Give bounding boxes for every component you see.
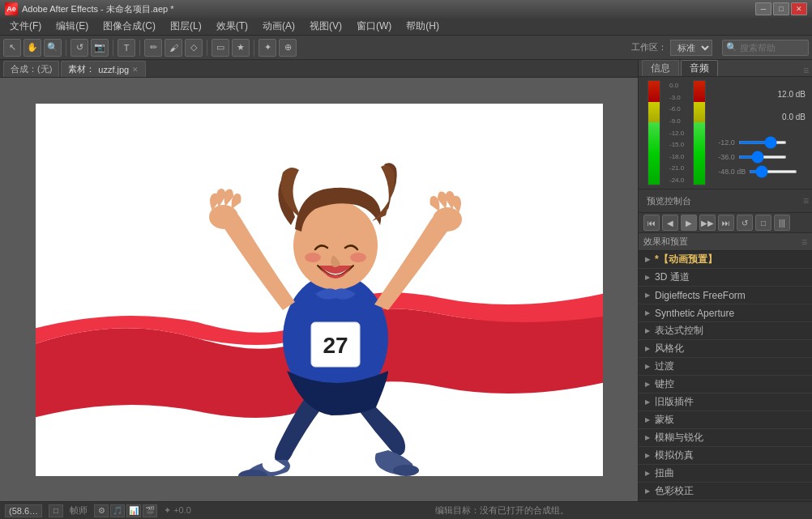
effect-simulation[interactable]: ▶ 模拟仿真 [639,447,812,465]
canvas-area: 27 [0,78,638,501]
selection-tool[interactable]: ↖ [3,39,21,57]
menu-layer[interactable]: 图层(L) [164,18,208,35]
effect-transition[interactable]: ▶ 过渡 [639,358,812,376]
fader-label-2: -36.0 [718,153,735,161]
footage-tab[interactable]: 素材： uzzf.jpg ✕ [61,61,146,77]
effect-animation-presets[interactable]: ▶ *【动画预置】 [639,251,812,269]
separator-4 [207,40,207,56]
effect-matte[interactable]: ▶ 蒙板 [639,411,812,429]
zoom-tool[interactable]: 🔍 [44,39,62,57]
puppet-tool[interactable]: ✦ [259,39,276,57]
menu-view[interactable]: 视图(V) [303,18,348,35]
menu-help[interactable]: 帮助(H) [400,18,446,35]
effects-list: ▶ *【动画预置】 ▶ 3D 通道 ▶ Digieffects FreeForm… [639,251,812,500]
status-bar: (58.6… □ 帧师 ⚙ 🎵 📊 🎬 ✦ +0.0 编辑目标：没有已打开的合成… [0,501,812,519]
loop-btn[interactable]: ↺ [737,215,753,231]
menu-window[interactable]: 窗口(W) [350,18,398,35]
fader-1[interactable] [738,141,787,144]
paint-tool[interactable]: 🖌 [165,39,182,57]
menu-effect[interactable]: 效果(T) [210,18,254,35]
effect-synthetic-aperture[interactable]: ▶ Synthetic Aperture [639,304,812,322]
vu-yellow-right [694,102,705,123]
footage-tab-close[interactable]: ✕ [132,66,139,74]
audio-tab[interactable]: 音频 [681,60,718,76]
play-audio-btn[interactable]: ▶▶ [699,215,716,231]
prev-frame-btn[interactable]: ◀ [662,215,678,231]
first-frame-btn[interactable]: ⏮ [643,215,660,231]
effect-legacy-plugins[interactable]: ▶ 旧版插件 [639,394,812,411]
status-btn-4[interactable]: 🎬 [143,504,157,517]
svg-point-7 [350,253,366,262]
info-tab[interactable]: 信息 [642,60,679,76]
effect-3d-channel[interactable]: ▶ 3D 通道 [639,269,812,287]
fader-area: -12.0 -36.0 -48.0 dB [718,138,806,176]
rotate-tool[interactable]: ↺ [71,39,88,57]
composition-tab[interactable]: 合成：(无) [3,61,59,77]
preview-menu-icon[interactable]: ≡ [803,195,809,206]
vu-meter-right [687,80,712,185]
vu-labels: 0.0 -3.0 -6.0 -9.0 -12.0 -15.0 -18.0 -21… [669,80,684,185]
status-message: 编辑目标：没有已打开的合成组。 [198,504,807,517]
arrow-icon-13: ▶ [645,487,650,495]
fader-row-2: -36.0 [718,153,806,161]
status-btn-1[interactable]: ⚙ [94,504,109,517]
svg-point-6 [305,253,321,262]
hand-tool[interactable]: ✋ [24,39,41,57]
workspace-label-text: 工作区： [631,41,667,53]
effects-menu-icon[interactable]: ≡ [801,236,807,248]
star-tool[interactable]: ★ [232,39,250,57]
menu-file[interactable]: 文件(F) [3,18,48,35]
toolbar: ↖ ✋ 🔍 ↺ 📷 T ✏ 🖌 ◇ ▭ ★ ✦ ⊕ 工作区： 标准 🔍 [0,36,812,60]
ram-preview-btn[interactable]: ||| [774,215,790,231]
zoom-level[interactable]: (58.6… [5,504,42,517]
fader-2[interactable] [738,155,787,159]
workspace-dropdown[interactable]: 标准 [670,40,712,56]
effect-blur-sharpen[interactable]: ▶ 模糊与锐化 [639,429,812,447]
menu-composition[interactable]: 图像合成(C) [96,18,162,35]
right-panel: 信息 音频 ≡ 0.0 -3.0 -6.0 [638,60,812,501]
menu-animation[interactable]: 动画(A) [256,18,301,35]
menu-edit[interactable]: 编辑(E) [49,18,95,35]
effect-color-correction[interactable]: ▶ 色彩校正 [639,483,812,500]
shape-tool[interactable]: ▭ [212,39,229,57]
info-audio-tabs: 信息 音频 ≡ [639,60,812,77]
effect-expression-controls[interactable]: ▶ 表达式控制 [639,322,812,340]
search-box: 🔍 [722,40,809,56]
play-btn[interactable]: ▶ [681,215,697,231]
arrow-icon-7: ▶ [645,381,650,388]
separator-5 [254,40,254,56]
footage-tab-prefix: 素材： [68,63,95,75]
camera-tool[interactable]: 📷 [91,39,109,57]
fader-row-3: -48.0 dB [718,168,806,176]
arrow-icon-0: ▶ [645,256,650,263]
fader-3[interactable] [749,170,797,173]
text-tool[interactable]: T [118,39,135,57]
arrow-icon-5: ▶ [645,345,650,352]
last-frame-btn[interactable]: ⏭ [718,215,734,231]
vu-bar-container-left [647,80,660,185]
pen-tool[interactable]: ✏ [144,39,162,57]
fader-label-3: -48.0 dB [718,168,746,176]
eraser-tool[interactable]: ◇ [185,39,203,57]
status-offset: ✦ +0.0 [164,505,191,516]
db-row-top: 12.0 dB [718,90,806,99]
arrow-icon-8: ▶ [645,398,650,406]
status-btn-2[interactable]: 🎵 [110,504,125,517]
maximize-button[interactable]: □ [773,2,789,15]
close-button[interactable]: ✕ [791,2,807,15]
effect-distort[interactable]: ▶ 扭曲 [639,465,812,483]
stop-btn[interactable]: □ [755,215,771,231]
effects-header: 效果和预置 ≡ [639,233,812,251]
arrow-icon-1: ▶ [645,274,650,281]
search-input[interactable] [740,43,805,53]
window-title: Adobe After Effects - 未命名项目.aep * [22,3,755,15]
arrow-icon-2: ▶ [645,291,650,299]
effect-digieffects[interactable]: ▶ Digieffects FreeForm [639,287,812,304]
status-btn-3[interactable]: 📊 [126,504,141,517]
effect-stylize[interactable]: ▶ 风格化 [639,340,812,358]
effect-keying[interactable]: ▶ 键控 [639,376,812,394]
minimize-button[interactable]: ─ [755,2,771,15]
overlap-tool[interactable]: ⊕ [279,39,297,57]
status-icon-1[interactable]: □ [49,504,63,517]
panel-menu-icon[interactable]: ≡ [803,65,809,76]
